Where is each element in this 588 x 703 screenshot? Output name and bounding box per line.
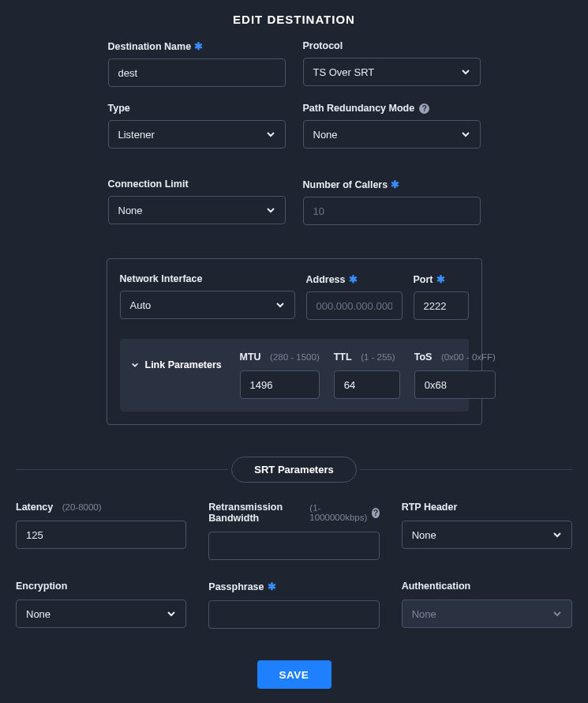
network-interface-label: Network Interface	[120, 273, 295, 284]
chevron-down-icon	[266, 130, 275, 139]
encryption-label: Encryption	[16, 581, 186, 592]
address-input[interactable]	[306, 291, 403, 320]
chevron-down-icon	[131, 361, 139, 369]
ttl-field[interactable]	[344, 379, 390, 391]
link-parameters-toggle[interactable]: Link Parameters	[131, 352, 226, 370]
connection-limit-label: Connection Limit	[108, 179, 286, 190]
number-of-callers-input[interactable]	[303, 197, 481, 225]
type-label: Type	[108, 103, 286, 114]
destination-name-field[interactable]	[118, 67, 275, 79]
help-icon[interactable]: ?	[372, 508, 379, 518]
chevron-down-icon	[167, 609, 176, 618]
mtu-input[interactable]	[240, 370, 320, 399]
required-marker: ✱	[391, 179, 399, 190]
passphrase-field[interactable]	[219, 609, 369, 621]
latency-field[interactable]	[26, 529, 176, 541]
tos-field[interactable]	[425, 379, 485, 391]
network-interface-select[interactable]: Auto	[120, 291, 295, 319]
connection-limit-select[interactable]: None	[108, 196, 286, 224]
srt-parameters-header: SRT Parameters	[231, 457, 356, 483]
ttl-input[interactable]	[334, 370, 400, 399]
passphrase-label: Passphrase✱	[208, 581, 379, 592]
protocol-select[interactable]: TS Over SRT	[303, 58, 481, 86]
rtp-header-label: RTP Header	[402, 502, 572, 513]
path-redundancy-label: Path Redundancy Mode ?	[303, 103, 481, 114]
chevron-down-icon	[461, 130, 470, 139]
latency-input[interactable]	[16, 521, 186, 549]
required-marker: ✱	[436, 273, 445, 285]
ttl-label: TTL (1 - 255)	[334, 352, 400, 363]
path-redundancy-select[interactable]: None	[303, 120, 481, 148]
link-parameters-panel: Link Parameters MTU (280 - 1500) TTL (1 …	[120, 339, 469, 412]
address-field[interactable]	[316, 300, 392, 312]
latency-label: Latency (20-8000)	[16, 502, 186, 513]
chevron-down-icon	[461, 67, 470, 77]
retransmission-bandwidth-input[interactable]	[208, 532, 379, 560]
protocol-label: Protocol	[303, 40, 481, 51]
authentication-label: Authentication	[402, 581, 572, 592]
chevron-down-icon	[552, 609, 562, 618]
destination-name-input[interactable]	[108, 58, 286, 87]
passphrase-input[interactable]	[208, 600, 379, 629]
number-of-callers-label: Number of Callers✱	[303, 179, 481, 190]
retransmission-bandwidth-field[interactable]	[219, 540, 369, 552]
encryption-select[interactable]: None	[16, 600, 186, 628]
save-button[interactable]: SAVE	[257, 660, 331, 689]
mtu-label: MTU (280 - 1500)	[240, 352, 320, 363]
mtu-field[interactable]	[250, 379, 309, 391]
tos-label: ToS (0x00 - 0xFF)	[414, 352, 496, 363]
chevron-down-icon	[275, 300, 285, 310]
tos-input[interactable]	[414, 370, 496, 399]
number-of-callers-field[interactable]	[313, 205, 470, 217]
rtp-header-select[interactable]: None	[402, 521, 572, 549]
chevron-down-icon	[266, 205, 275, 215]
network-panel: Network Interface Auto Address✱ Port✱	[107, 258, 482, 425]
retransmission-bandwidth-label: Retransmission Bandwidth (1-1000000kbps)…	[208, 502, 379, 524]
port-field[interactable]	[424, 300, 459, 312]
help-icon[interactable]: ?	[419, 103, 429, 114]
page-title: EDIT DESTINATION	[0, 0, 588, 40]
authentication-select: None	[402, 600, 572, 628]
port-input[interactable]	[414, 291, 469, 320]
port-label: Port✱	[414, 273, 469, 285]
srt-parameters-divider: SRT Parameters	[16, 457, 572, 483]
type-select[interactable]: Listener	[108, 120, 286, 148]
address-label: Address✱	[306, 273, 403, 285]
edit-destination-form: Destination Name✱ Protocol TS Over SRT T…	[0, 40, 588, 689]
destination-name-label: Destination Name✱	[108, 40, 286, 52]
required-marker: ✱	[349, 273, 358, 285]
chevron-down-icon	[552, 530, 562, 539]
required-marker: ✱	[268, 581, 276, 592]
required-marker: ✱	[194, 40, 203, 52]
